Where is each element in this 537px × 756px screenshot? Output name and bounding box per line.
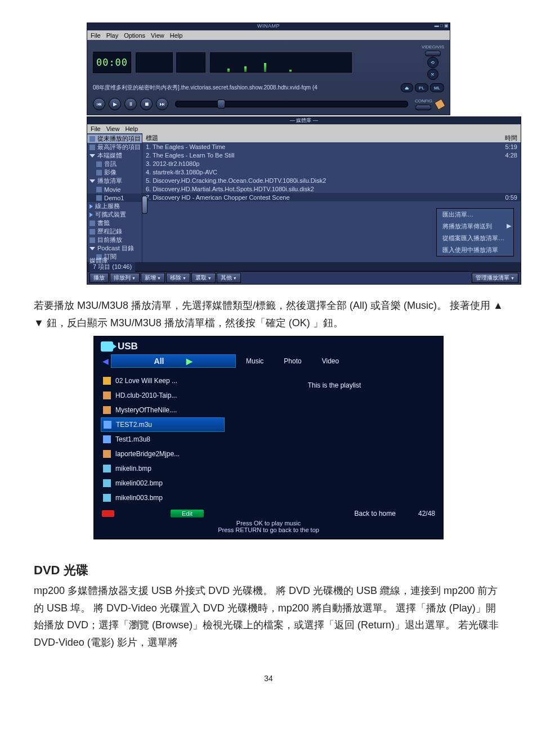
tree-item-label: 音訊 — [104, 160, 117, 168]
toolbar-button[interactable]: 排放列▼ — [110, 273, 140, 283]
playlist-row[interactable]: 5. Discovery.HD.Cracking.the.Ocean.Code.… — [142, 176, 521, 184]
edit-button[interactable]: Edit — [171, 510, 204, 518]
tree-item[interactable]: 本端媒體 — [87, 151, 142, 160]
seek-knob[interactable] — [217, 100, 225, 109]
playlist-row[interactable]: 3. 2012-tlr2.h1080p — [142, 159, 521, 168]
tree-item[interactable]: 線上服務 — [87, 202, 142, 210]
file-name: TEST2.m3u — [116, 421, 152, 429]
toolbar-button[interactable]: 管理播放清單▼ — [472, 273, 518, 283]
file-list-item[interactable]: HD.club-2010-Taip... — [101, 388, 225, 403]
playlist-row[interactable]: 1. The Eagles - Wasted Time5:19 — [142, 142, 521, 151]
menu-file[interactable]: File — [91, 32, 101, 39]
pl-pill[interactable]: PL — [415, 83, 428, 92]
item-icon — [96, 170, 102, 176]
winamp-menubar[interactable]: File Play Options View Help — [87, 30, 450, 40]
eject-pill[interactable]: ⏏ — [401, 83, 413, 92]
library-titlebar[interactable]: — 媒體庫 — — [87, 117, 521, 124]
toolbar-button[interactable]: 移除▼ — [166, 273, 190, 283]
winamp-titlebar[interactable]: WINAMP ▬ □ ▣ — [87, 23, 450, 30]
playlist-row[interactable]: 2. The Eagles - Learn To Be Still4:28 — [142, 151, 521, 159]
tree-item[interactable]: Demo1 — [87, 194, 142, 202]
red-button-icon[interactable] — [102, 510, 114, 517]
toolbar-button[interactable]: 播放 — [90, 273, 109, 283]
tab-arrow-left[interactable]: ◀ — [100, 357, 111, 366]
file-list-item[interactable]: MysteryOfTheNile.... — [101, 403, 225, 417]
context-menu-item[interactable]: 匯入使用中播放清單 — [437, 244, 513, 256]
context-menu-item[interactable]: 匯出清單… — [437, 209, 513, 220]
item-icon — [90, 229, 95, 235]
dropdown-arrow-icon: ▼ — [208, 276, 212, 280]
row-time: 4:28 — [490, 152, 521, 159]
library-tree[interactable]: 從未播放的項目最高評等的項目本端媒體音訊影像播放清單MovieDemo1線上服務… — [87, 133, 142, 262]
tree-item-label: Movie — [104, 186, 120, 193]
prev-button[interactable]: ⏮ — [93, 98, 105, 110]
tree-item[interactable]: 音訊 — [87, 160, 142, 168]
side-button-a[interactable]: ⟲ — [427, 57, 438, 68]
seek-bar[interactable] — [175, 101, 408, 107]
side-roller-1[interactable] — [425, 51, 441, 56]
tab-music[interactable]: Music — [236, 355, 274, 367]
pause-button[interactable]: ⏸ — [124, 98, 137, 110]
tree-item[interactable]: 最高評等的項目 — [87, 143, 142, 151]
usb-file-list[interactable]: 02 Love Will Keep ...HD.club-2010-Taip..… — [101, 374, 225, 505]
tree-item[interactable]: 目前播放 — [87, 236, 142, 244]
context-menu[interactable]: 匯出清單…將播放清單傳送到▶從檔案匯入播放清單…匯入使用中播放清單 — [436, 208, 514, 256]
file-list-item[interactable]: 02 Love Will Keep ... — [101, 374, 225, 388]
toolbar-button[interactable]: 選取▼ — [191, 273, 216, 283]
tab-video[interactable]: Video — [312, 355, 349, 367]
hint-line-2: Press RETURN to go back to the top — [94, 526, 443, 533]
col-header-time[interactable]: 時間 — [490, 134, 521, 142]
file-list-item[interactable]: Test1.m3u8 — [101, 432, 225, 447]
tree-item[interactable]: 影像 — [87, 168, 142, 177]
tab-all[interactable]: All ▶ — [111, 354, 236, 368]
back-home-label[interactable]: Back to home — [355, 510, 396, 518]
file-list-item[interactable]: mikelin.bmp — [101, 461, 225, 476]
pencil-icon[interactable] — [434, 98, 445, 110]
winamp-player: WINAMP ▬ □ ▣ File Play Options View Help… — [87, 22, 450, 285]
playlist-row[interactable]: 7. Discovery HD - American Chopper Conte… — [142, 193, 521, 201]
col-header-title[interactable]: 標題 — [142, 134, 490, 142]
ml-pill[interactable]: ML — [430, 83, 444, 92]
tab-photo[interactable]: Photo — [274, 355, 311, 367]
window-buttons[interactable]: ▬ □ ▣ — [435, 23, 449, 28]
lib-menu-view[interactable]: View — [106, 125, 120, 132]
context-menu-item[interactable]: 從檔案匯入播放清單… — [437, 232, 513, 244]
file-list-item[interactable]: laporteBridge2Mjpe... — [101, 447, 225, 461]
tree-item[interactable]: 播放清單 — [87, 177, 142, 185]
item-icon — [96, 161, 102, 167]
row-title: 4. startrek-tlr3.1080p-AVC — [146, 169, 490, 176]
menu-view[interactable]: View — [151, 32, 164, 39]
tab-all-label: All — [154, 357, 164, 366]
side-button-b[interactable]: ⤧ — [427, 69, 438, 80]
file-list-item[interactable]: mikelin003.bmp — [101, 490, 225, 505]
toolbar-button[interactable]: 新增▼ — [141, 273, 165, 283]
play-button[interactable]: ▶ — [109, 98, 121, 110]
toolbar-button[interactable]: 其他▼ — [217, 273, 241, 283]
menu-play[interactable]: Play — [106, 32, 118, 39]
file-name: mikelin002.bmp — [115, 479, 163, 487]
tree-item[interactable]: 從未播放的項目 — [87, 134, 142, 143]
lib-menu-help[interactable]: Help — [125, 125, 138, 132]
playlist-row[interactable]: 6. Discovery.HD.Martial.Arts.Hot.Spots.H… — [142, 184, 521, 193]
tree-item[interactable]: 可攜式裝置 — [87, 210, 142, 219]
row-title: 6. Discovery.HD.Martial.Arts.Hot.Spots.H… — [146, 186, 490, 192]
file-list-item[interactable]: mikelin002.bmp — [101, 476, 225, 490]
tree-item[interactable]: 書籤 — [87, 219, 142, 227]
stop-button[interactable]: ⏹ — [140, 98, 153, 110]
playlist-row[interactable]: 4. startrek-tlr3.1080p-AVC — [142, 168, 521, 176]
library-menubar[interactable]: File View Help — [87, 124, 521, 133]
config-roller[interactable] — [415, 105, 431, 110]
tab-arrow-right[interactable]: ▶ — [186, 357, 193, 366]
menu-options[interactable]: Options — [124, 32, 145, 39]
row-time: 5:19 — [490, 143, 521, 150]
tree-item[interactable]: Movie — [87, 185, 142, 194]
splitter-handle[interactable] — [142, 196, 147, 214]
tree-item-label: 書籤 — [97, 219, 110, 227]
tree-item[interactable]: 歷程記錄 — [87, 227, 142, 236]
file-list-item[interactable]: TEST2.m3u — [101, 417, 225, 432]
tree-item[interactable]: Podcast 目錄 — [87, 244, 142, 253]
next-button[interactable]: ⏭ — [156, 98, 168, 110]
context-menu-item[interactable]: 將播放清單傳送到▶ — [437, 220, 513, 232]
lib-menu-file[interactable]: File — [91, 125, 101, 132]
menu-help[interactable]: Help — [170, 32, 183, 39]
